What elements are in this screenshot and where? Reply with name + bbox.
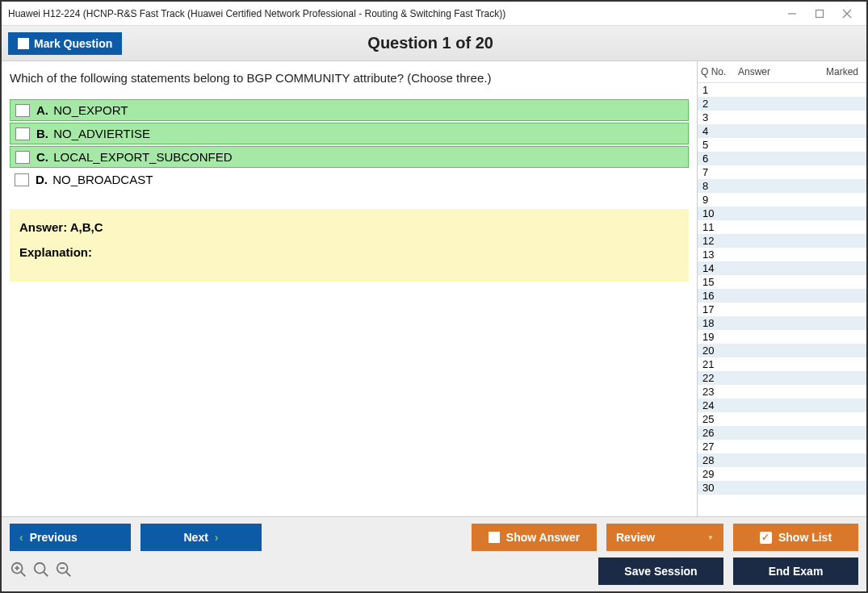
row-number: 14 bbox=[702, 262, 735, 274]
sidebar-row[interactable]: 23 bbox=[698, 385, 866, 399]
sidebar-row[interactable]: 3 bbox=[698, 111, 866, 124]
sidebar-row[interactable]: 24 bbox=[698, 399, 866, 412]
zoom-reset-icon[interactable] bbox=[32, 561, 50, 583]
row-number: 3 bbox=[702, 111, 735, 123]
check-icon: ✓ bbox=[760, 532, 772, 544]
row-number: 12 bbox=[702, 235, 735, 247]
row-number: 16 bbox=[702, 290, 735, 302]
sidebar-row[interactable]: 4 bbox=[698, 124, 866, 138]
close-icon[interactable] bbox=[841, 7, 853, 20]
sidebar-row[interactable]: 12 bbox=[698, 234, 866, 248]
sidebar-row[interactable]: 22 bbox=[698, 371, 866, 385]
sidebar-row[interactable]: 13 bbox=[698, 248, 866, 261]
choice-row[interactable]: A. NO_EXPORT bbox=[10, 99, 689, 121]
sidebar-row[interactable]: 10 bbox=[698, 207, 866, 220]
question-text: Which of the following statements belong… bbox=[10, 71, 689, 85]
next-button[interactable]: Next › bbox=[140, 524, 262, 551]
sidebar-row[interactable]: 15 bbox=[698, 275, 866, 289]
sidebar-row[interactable]: 29 bbox=[698, 467, 866, 481]
question-list-sidebar: Q No. Answer Marked 12345678910111213141… bbox=[697, 61, 866, 516]
choice-text: A. NO_EXPORT bbox=[36, 103, 128, 117]
zoom-out-icon[interactable] bbox=[55, 561, 73, 583]
choice-checkbox[interactable] bbox=[15, 127, 30, 140]
sidebar-row[interactable]: 21 bbox=[698, 357, 866, 371]
svg-point-8 bbox=[35, 562, 45, 573]
sidebar-rows[interactable]: 1234567891011121314151617181920212223242… bbox=[698, 83, 866, 516]
zoom-in-icon[interactable] bbox=[10, 561, 27, 583]
checkbox-icon bbox=[489, 532, 500, 543]
svg-line-11 bbox=[66, 571, 71, 576]
minimize-icon[interactable] bbox=[786, 7, 799, 20]
end-exam-button[interactable]: End Exam bbox=[733, 558, 858, 585]
sidebar-row[interactable]: 20 bbox=[698, 344, 866, 357]
sidebar-row[interactable]: 1 bbox=[698, 83, 866, 97]
zoom-controls bbox=[10, 561, 73, 583]
svg-line-9 bbox=[44, 571, 48, 576]
sidebar-row[interactable]: 28 bbox=[698, 453, 866, 467]
show-list-button[interactable]: ✓ Show List bbox=[733, 524, 858, 551]
choice-row[interactable]: B. NO_ADVIERTISE bbox=[10, 123, 689, 144]
row-number: 23 bbox=[702, 386, 735, 398]
window-title: Huawei H12-224 (HCNP-R&S Fast Track (Hua… bbox=[8, 8, 786, 19]
choice-checkbox[interactable] bbox=[15, 104, 30, 117]
footer: ‹ Previous Next › Show Answer Review ▼ ✓… bbox=[2, 516, 866, 591]
window-controls bbox=[786, 7, 860, 20]
sidebar-header: Q No. Answer Marked bbox=[698, 61, 866, 83]
sidebar-row[interactable]: 6 bbox=[698, 152, 866, 165]
choice-checkbox[interactable] bbox=[15, 151, 30, 164]
sidebar-row[interactable]: 14 bbox=[698, 261, 866, 275]
sidebar-row[interactable]: 27 bbox=[698, 440, 866, 453]
sidebar-row[interactable]: 5 bbox=[698, 138, 866, 152]
row-number: 17 bbox=[702, 303, 735, 315]
row-number: 1 bbox=[702, 84, 735, 96]
row-number: 9 bbox=[702, 194, 735, 206]
app-window: Huawei H12-224 (HCNP-R&S Fast Track (Hua… bbox=[0, 0, 868, 593]
sidebar-row[interactable]: 19 bbox=[698, 330, 866, 344]
sidebar-row[interactable]: 17 bbox=[698, 303, 866, 316]
content-area: Which of the following statements belong… bbox=[2, 61, 866, 516]
row-number: 8 bbox=[702, 180, 735, 192]
review-button[interactable]: Review ▼ bbox=[606, 524, 723, 551]
previous-button[interactable]: ‹ Previous bbox=[10, 524, 131, 551]
mark-question-button[interactable]: Mark Question bbox=[8, 32, 122, 55]
choice-text: C. LOCAL_EXPORT_SUBCONFED bbox=[36, 150, 233, 164]
choice-row[interactable]: C. LOCAL_EXPORT_SUBCONFED bbox=[10, 146, 689, 168]
review-label: Review bbox=[616, 531, 655, 544]
chevron-left-icon: ‹ bbox=[19, 531, 23, 544]
sidebar-row[interactable]: 26 bbox=[698, 426, 866, 440]
row-number: 24 bbox=[702, 399, 735, 411]
maximize-icon[interactable] bbox=[813, 7, 826, 20]
svg-line-5 bbox=[21, 571, 26, 576]
sidebar-row[interactable]: 8 bbox=[698, 179, 866, 193]
choice-text: B. NO_ADVIERTISE bbox=[36, 127, 150, 140]
sidebar-row[interactable]: 16 bbox=[698, 289, 866, 303]
row-number: 18 bbox=[702, 317, 735, 329]
choice-row[interactable]: D. NO_BROADCAST bbox=[10, 169, 689, 190]
sidebar-row[interactable]: 7 bbox=[698, 165, 866, 179]
chevron-right-icon: › bbox=[215, 531, 219, 544]
show-answer-button[interactable]: Show Answer bbox=[472, 524, 597, 551]
sidebar-row[interactable]: 25 bbox=[698, 412, 866, 426]
sidebar-row[interactable]: 11 bbox=[698, 220, 866, 234]
sidebar-row[interactable]: 9 bbox=[698, 193, 866, 207]
question-pane: Which of the following statements belong… bbox=[2, 61, 697, 516]
sidebar-row[interactable]: 2 bbox=[698, 97, 866, 111]
row-number: 19 bbox=[702, 331, 735, 343]
save-session-button[interactable]: Save Session bbox=[598, 558, 723, 585]
row-number: 4 bbox=[702, 125, 735, 137]
sidebar-row[interactable]: 30 bbox=[698, 481, 866, 495]
row-number: 28 bbox=[702, 454, 735, 466]
row-number: 5 bbox=[702, 139, 735, 151]
show-list-label: Show List bbox=[778, 531, 832, 544]
row-number: 6 bbox=[702, 152, 735, 165]
row-number: 11 bbox=[702, 221, 735, 233]
question-counter: Question 1 of 20 bbox=[122, 34, 739, 52]
choice-checkbox[interactable] bbox=[15, 173, 29, 186]
checkbox-icon bbox=[18, 38, 29, 49]
choice-text: D. NO_BROADCAST bbox=[36, 173, 153, 186]
row-number: 22 bbox=[702, 372, 735, 384]
answer-text: Answer: A,B,C bbox=[19, 220, 679, 234]
sidebar-row[interactable]: 18 bbox=[698, 316, 866, 330]
col-marked: Marked bbox=[815, 66, 863, 77]
previous-label: Previous bbox=[30, 531, 78, 544]
